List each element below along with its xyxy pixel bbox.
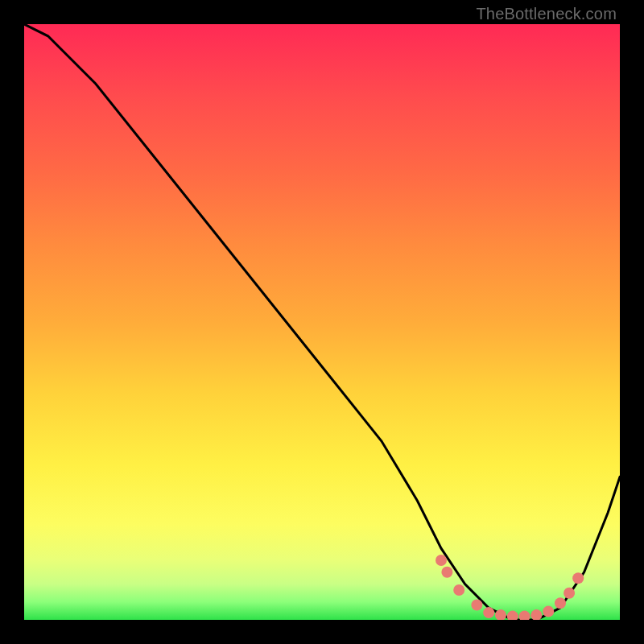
marker-dot (519, 611, 530, 620)
marker-dot (471, 600, 482, 611)
highlight-dots (436, 555, 584, 620)
marker-dot (483, 607, 494, 618)
chart-frame: TheBottleneck.com (0, 0, 644, 644)
marker-dot (436, 555, 447, 566)
marker-dot (555, 597, 566, 609)
plot-area (24, 24, 620, 620)
marker-dot (543, 606, 554, 617)
marker-dot (572, 572, 584, 584)
marker-dot (530, 609, 542, 620)
watermark-text: TheBottleneck.com (476, 5, 617, 23)
bottleneck-curve (24, 24, 620, 620)
marker-dot (453, 584, 464, 596)
marker-dot (507, 611, 518, 620)
marker-dot (564, 588, 575, 599)
curve-svg (24, 24, 620, 620)
marker-dot (441, 567, 452, 578)
